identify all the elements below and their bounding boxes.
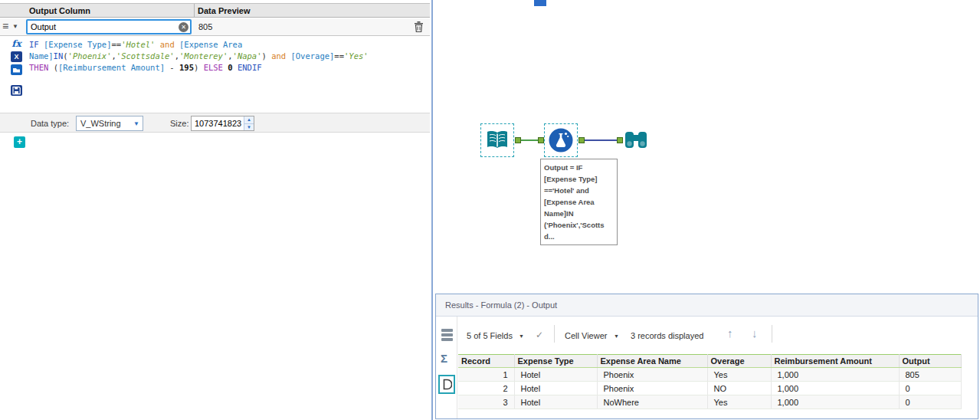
tool-annotation[interactable]: Output = IF [Expense Type] =='Hotel' and…	[540, 159, 618, 245]
expression-collapse-icon[interactable]: ▼	[12, 23, 18, 30]
expression-row: ≡ ▼ ✕ 805	[0, 18, 430, 36]
code-token: [Reimbursement Amount]	[58, 63, 165, 72]
table-cell[interactable]: Hotel	[514, 382, 597, 395]
expression-drag-handle-icon[interactable]: ≡	[2, 21, 8, 31]
panel-splitter[interactable]	[431, 0, 433, 420]
code-line[interactable]: Name]IN('Phoenix','Scottsdale','Monterey…	[29, 51, 427, 63]
table-cell[interactable]: Phoenix	[597, 382, 707, 395]
add-expression-button[interactable]: +	[14, 136, 25, 148]
code-token: 'Monterey'	[179, 51, 228, 61]
browse-input-anchor[interactable]	[617, 137, 623, 143]
table-cell[interactable]: 0	[899, 382, 961, 395]
code-token: 'Napa'	[233, 51, 262, 61]
table-cell[interactable]: Yes	[707, 368, 771, 382]
data-type-row: Data type: V_WString ▼ Size: ▲ ▼	[0, 113, 430, 133]
data-preview-value: 805	[198, 22, 212, 31]
table-cell[interactable]: 1,000	[771, 368, 899, 382]
functions-button[interactable]: fx	[11, 38, 22, 49]
sidebar-gap	[11, 77, 24, 85]
folder-icon	[11, 64, 22, 75]
table-cell[interactable]: Phoenix	[597, 368, 707, 382]
output-column-field[interactable]: ✕	[26, 19, 192, 34]
table-row[interactable]: 1HotelPhoenixYes1,000805	[458, 368, 961, 382]
data-type-dropdown[interactable]: V_WString ▼	[76, 116, 143, 131]
table-cell[interactable]: NO	[707, 382, 771, 395]
cell-viewer-caret-icon[interactable]: ▼	[614, 333, 619, 339]
table-cell[interactable]: 0	[899, 395, 961, 409]
size-input[interactable]	[192, 116, 244, 130]
data-preview-header: Data Preview	[198, 6, 250, 15]
table-cell[interactable]: 1,000	[771, 395, 899, 409]
records-displayed-label: 3 records displayed	[631, 331, 703, 340]
connection-formula-to-browse[interactable]	[585, 139, 617, 141]
code-token: and	[160, 40, 175, 49]
table-cell[interactable]: 1,000	[771, 382, 899, 395]
code-line[interactable]: IF [Expense Type]=='Hotel' and [Expense …	[29, 40, 427, 51]
data-view-button-selected[interactable]	[438, 375, 455, 394]
code-token: [Expense Type]	[44, 40, 112, 49]
grid-view-button[interactable]	[441, 329, 453, 343]
editor-sidebar: fx X	[11, 38, 24, 98]
variables-icon: X	[11, 51, 22, 62]
fields-caret-icon[interactable]: ▼	[519, 333, 524, 339]
table-cell[interactable]: 1	[458, 368, 514, 382]
column-header-output[interactable]: Output	[899, 355, 961, 368]
code-line[interactable]: THEN ([Reimbursement Amount] - 195) ELSE…	[29, 63, 427, 74]
formula-tool[interactable]	[544, 123, 578, 157]
size-label: Size:	[170, 119, 188, 128]
cell-viewer-dropdown[interactable]: Cell Viewer	[565, 331, 607, 340]
scroll-up-button[interactable]: ↑	[727, 326, 733, 340]
columns-button[interactable]: X	[11, 51, 22, 62]
formula-input-anchor[interactable]	[538, 137, 544, 143]
table-cell[interactable]: 805	[899, 368, 961, 382]
canvas-top-fragment	[534, 0, 546, 6]
table-cell[interactable]: Yes	[707, 395, 771, 409]
connection-input-to-formula[interactable]	[521, 139, 538, 141]
data-view-icon	[442, 379, 452, 390]
grid-rows-icon	[441, 329, 453, 342]
code-token: ENDIF	[238, 63, 262, 72]
code-token: 'Hotel'	[121, 40, 155, 49]
code-token: 'Yes'	[344, 51, 369, 61]
table-row[interactable]: 2HotelPhoenixNO1,0000	[458, 382, 961, 395]
code-token: and	[271, 51, 286, 61]
table-row[interactable]: 3HotelNoWhereYes1,0000	[458, 395, 961, 409]
scroll-down-button[interactable]: ↓	[752, 326, 758, 340]
clear-input-icon[interactable]: ✕	[179, 22, 188, 32]
constants-button[interactable]	[11, 64, 22, 75]
table-cell[interactable]: Hotel	[514, 395, 597, 409]
column-header-record[interactable]: Record	[458, 355, 514, 368]
table-cell[interactable]: 2	[458, 382, 514, 395]
spinner-down-icon[interactable]: ▼	[244, 124, 254, 131]
saved-expressions-button[interactable]	[11, 85, 22, 96]
input-output-anchor[interactable]	[515, 137, 521, 143]
spinner-up-icon[interactable]: ▲	[244, 116, 254, 124]
toolbar-separator	[554, 325, 555, 343]
browse-binoculars-icon	[623, 127, 649, 153]
column-header-overage[interactable]: Overage	[707, 355, 771, 368]
browse-tool[interactable]	[623, 127, 649, 155]
fields-dropdown[interactable]: 5 of 5 Fields	[467, 331, 513, 340]
formula-output-anchor[interactable]	[578, 137, 585, 143]
formula-code[interactable]: IF [Expense Type]=='Hotel' and [Expense …	[29, 40, 427, 74]
column-header-expense-type[interactable]: Expense Type	[514, 355, 597, 368]
save-disk-icon	[11, 85, 22, 96]
table-cell[interactable]: 3	[458, 395, 514, 409]
output-column-input[interactable]	[28, 22, 179, 31]
dropdown-caret-icon: ▼	[133, 120, 143, 127]
column-header-reimbursement-amount[interactable]: Reimbursement Amount	[771, 355, 899, 368]
size-field[interactable]: ▲ ▼	[191, 116, 254, 131]
profile-button[interactable]: Σ	[441, 352, 447, 365]
toolbar-separator	[772, 325, 772, 343]
results-sidebar: Σ	[436, 317, 457, 418]
expression-editor[interactable]: fx X IF [Expense Type]=='	[0, 36, 430, 113]
input-data-tool[interactable]	[480, 123, 514, 157]
code-token: Name]	[29, 51, 54, 61]
delete-expression-button[interactable]	[414, 21, 425, 33]
apply-check-icon[interactable]: ✓	[536, 330, 543, 340]
formula-config-panel: Output Column Data Preview ≡ ▼ ✕ 805 fx	[0, 0, 430, 420]
code-token: IF	[29, 40, 39, 49]
column-header-expense-area-name[interactable]: Expense Area Name	[597, 355, 707, 368]
table-cell[interactable]: NoWhere	[597, 395, 707, 409]
table-cell[interactable]: Hotel	[514, 368, 597, 382]
